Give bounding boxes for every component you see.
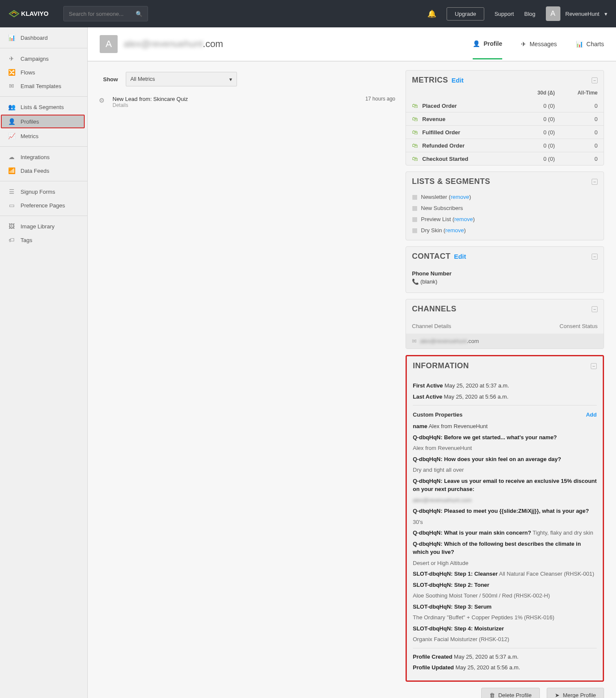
- sidebar-item-data-feeds[interactable]: 📶Data Feeds: [0, 164, 87, 177]
- sidebar-item-metrics[interactable]: 📈Metrics: [0, 129, 87, 143]
- merge-profile-button[interactable]: ➤Merge Profile: [547, 688, 604, 698]
- activity-details-link[interactable]: Details: [113, 102, 360, 108]
- send-icon: ✈: [8, 55, 15, 62]
- form-icon: ☰: [8, 188, 15, 195]
- remove-link[interactable]: remove: [445, 227, 464, 234]
- channels-card: CHANNELS − Channel Details Consent Statu…: [406, 299, 604, 349]
- activity-title: New Lead from: Skincare Quiz: [113, 96, 360, 102]
- caret-down-icon: ▾: [229, 76, 232, 83]
- list-item: ▦Dry Skin (remove): [406, 225, 604, 236]
- search-icon: 🔍: [136, 11, 142, 17]
- user-avatar: A: [546, 6, 560, 21]
- metric-row: 🛍Revenue0 (0)0: [406, 112, 604, 126]
- phone-icon: 📞: [412, 278, 419, 285]
- sidebar-item-flows[interactable]: 🔀Flows: [0, 65, 87, 79]
- show-label: Show: [103, 76, 118, 83]
- metrics-select[interactable]: All Metrics ▾: [126, 72, 237, 86]
- remove-link[interactable]: remove: [454, 216, 473, 222]
- sidebar-item-profiles[interactable]: 👤Profiles: [1, 115, 85, 128]
- mail-icon: ✉: [412, 338, 417, 344]
- feed-icon: 📶: [8, 167, 15, 174]
- blog-link[interactable]: Blog: [524, 11, 535, 17]
- delete-profile-button[interactable]: 🗑Delete Profile: [481, 688, 540, 698]
- metric-row: 🛍Fulfilled Order0 (0)0: [406, 126, 604, 139]
- metrics-card: METRICS Edit − 30d (Δ) All-Time 🛍Placed …: [406, 70, 604, 166]
- sidebar-item-signup-forms[interactable]: ☰Signup Forms: [0, 185, 87, 198]
- collapse-icon[interactable]: −: [591, 363, 597, 369]
- sidebar-item-tags[interactable]: 🏷Tags: [0, 233, 87, 247]
- page-icon: ▭: [8, 202, 15, 209]
- activity-row: ⚙ New Lead from: Skincare Quiz Details 1…: [97, 93, 395, 108]
- metric-row: 🛍Placed Order0 (0)0: [406, 99, 604, 112]
- upgrade-button[interactable]: Upgrade: [447, 7, 484, 21]
- image-icon: 🖼: [8, 223, 15, 230]
- user-icon: 👤: [473, 40, 480, 47]
- users-icon: 👥: [8, 104, 15, 110]
- cloud-icon: ☁: [8, 154, 15, 160]
- tab-charts[interactable]: 📊Charts: [576, 40, 604, 59]
- add-property-link[interactable]: Add: [586, 411, 597, 418]
- top-header: KLAVIYO Search for someone... 🔍 🔔 Upgrad…: [0, 0, 616, 27]
- send-icon: ✈: [521, 41, 526, 47]
- list-item: ▦Preview List (remove): [406, 213, 604, 225]
- remove-link[interactable]: remove: [450, 194, 469, 200]
- contact-card: CONTACT Edit − Phone Number 📞 (blank): [406, 246, 604, 293]
- sidebar-item-email-templates[interactable]: ✉Email Templates: [0, 79, 87, 93]
- sidebar-item-integrations[interactable]: ☁Integrations: [0, 150, 87, 164]
- envelope-icon: ✉: [8, 83, 15, 89]
- flow-icon: 🔀: [8, 69, 15, 76]
- metric-row: 🛍Refunded Order0 (0)0: [406, 139, 604, 152]
- sidebar-item-lists-segments[interactable]: 👥Lists & Segments: [0, 100, 87, 114]
- activity-time: 17 hours ago: [365, 96, 395, 108]
- list-item: ▦Newsletter (remove): [406, 191, 604, 202]
- bag-icon: 🛍: [412, 115, 418, 122]
- gear-icon: ⚙: [99, 96, 107, 108]
- list-icon: ▦: [412, 227, 418, 234]
- metric-row: 🛍Checkout Started0 (0)0: [406, 152, 604, 165]
- sidebar-item-image-library[interactable]: 🖼Image Library: [0, 219, 87, 233]
- sidebar-item-preference-pages[interactable]: ▭Preference Pages: [0, 198, 87, 212]
- channel-row: ✉ alex@revenuehunt.com: [406, 334, 604, 349]
- profile-header: A alex@revenuehunt.com 👤Profile ✈Message…: [88, 27, 616, 62]
- chart-icon: 📊: [576, 41, 583, 47]
- metrics-edit[interactable]: Edit: [452, 77, 464, 84]
- bag-icon: 🛍: [412, 129, 418, 136]
- bag-icon: 🛍: [412, 142, 418, 149]
- support-link[interactable]: Support: [495, 11, 514, 17]
- account-menu[interactable]: A RevenueHunt ▾: [546, 6, 608, 21]
- collapse-icon[interactable]: −: [592, 77, 598, 83]
- bag-icon: 🛍: [412, 102, 418, 109]
- sidebar-item-campaigns[interactable]: ✈Campaigns: [0, 52, 87, 65]
- list-item: ▦New Subscribers: [406, 202, 604, 213]
- information-title: INFORMATION: [413, 361, 469, 370]
- search-input[interactable]: Search for someone... 🔍: [63, 6, 148, 21]
- bell-icon[interactable]: 🔔: [427, 9, 436, 18]
- lists-card: LISTS & SEGMENTS − ▦Newsletter (remove) …: [406, 172, 604, 240]
- dashboard-icon: 📊: [8, 34, 15, 41]
- contact-edit[interactable]: Edit: [454, 253, 466, 260]
- trash-icon: 🗑: [489, 692, 495, 698]
- contact-title: CONTACT: [412, 252, 450, 261]
- tab-messages[interactable]: ✈Messages: [521, 40, 557, 59]
- merge-icon: ➤: [555, 692, 560, 698]
- lists-title: LISTS & SEGMENTS: [412, 177, 490, 186]
- sidebar-item-dashboard[interactable]: 📊Dashboard: [0, 31, 87, 44]
- channels-title: CHANNELS: [412, 305, 456, 314]
- profile-avatar: A: [100, 35, 118, 53]
- logo[interactable]: KLAVIYO: [9, 8, 56, 19]
- collapse-icon[interactable]: −: [592, 254, 598, 260]
- collapse-icon[interactable]: −: [592, 179, 598, 185]
- metrics-title: METRICS: [412, 76, 448, 85]
- custom-properties-header: Custom Properties: [413, 411, 462, 418]
- list-icon: ▦: [412, 216, 418, 222]
- bag-icon: 🛍: [412, 155, 418, 162]
- collapse-icon[interactable]: −: [592, 306, 598, 312]
- search-placeholder: Search for someone...: [69, 11, 124, 17]
- profile-email: alex@revenuehunt.com: [124, 38, 223, 50]
- account-name: RevenueHunt: [566, 11, 600, 17]
- chart-icon: 📈: [8, 133, 15, 139]
- svg-text:KLAVIYO: KLAVIYO: [21, 11, 48, 18]
- caret-down-icon: ▾: [604, 11, 607, 17]
- tab-profile[interactable]: 👤Profile: [473, 40, 502, 59]
- sidebar: 📊Dashboard ✈Campaigns 🔀Flows ✉Email Temp…: [0, 27, 88, 698]
